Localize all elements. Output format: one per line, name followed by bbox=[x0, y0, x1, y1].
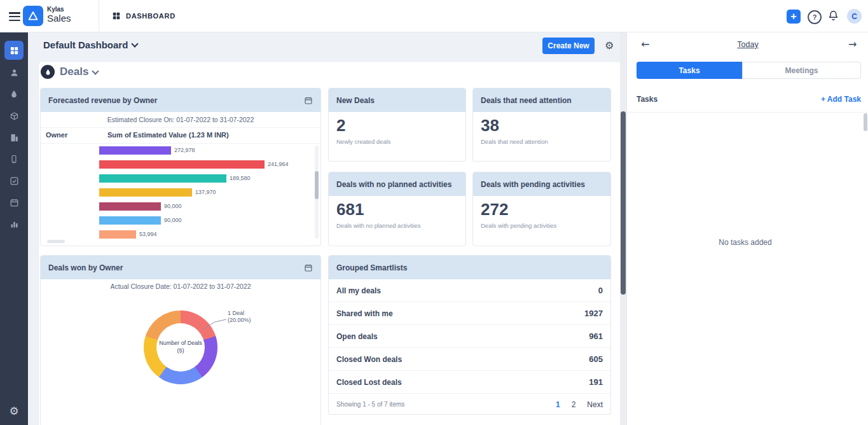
today-link[interactable]: Today bbox=[722, 40, 773, 49]
bar-row: 90,000 bbox=[41, 213, 320, 227]
tab-tasks[interactable]: Tasks bbox=[637, 62, 742, 79]
smartlist-value: 961 bbox=[589, 331, 603, 341]
sidebar-item-deals[interactable] bbox=[4, 85, 24, 104]
smartlist-row[interactable]: Closed Lost deals 191 bbox=[329, 371, 610, 394]
next-day-arrow-icon[interactable]: → bbox=[848, 39, 857, 50]
products-box-icon bbox=[10, 111, 19, 121]
deals-won-card-header: Deals won by Owner bbox=[41, 256, 320, 279]
forecast-hscrollbar-thumb[interactable] bbox=[47, 240, 65, 243]
topbar: Kylas Sales DASHBOARD + ? C bbox=[0, 0, 868, 32]
tab-meetings[interactable]: Meetings bbox=[742, 62, 861, 79]
bar bbox=[99, 146, 171, 155]
smartlist-value: 1927 bbox=[584, 309, 603, 318]
sidebar-item-products[interactable] bbox=[4, 106, 24, 125]
sidebar-item-tasks[interactable] bbox=[4, 171, 24, 190]
deals-section-header[interactable]: Deals bbox=[60, 66, 98, 78]
stat-value: 38 bbox=[473, 112, 610, 135]
chevron-down-icon bbox=[92, 67, 99, 74]
smartlist-row[interactable]: Open deals 961 bbox=[329, 325, 610, 348]
notifications-bell-icon[interactable] bbox=[827, 10, 839, 24]
sidebar-item-companies[interactable] bbox=[4, 128, 24, 147]
smartlist-value: 191 bbox=[589, 377, 603, 387]
right-panel: ← Today → Tasks Meetings Tasks + Add Tas… bbox=[626, 32, 868, 425]
deals-attention-card: Deals that need attention 38 Deals that … bbox=[472, 88, 611, 162]
donut-annotation: 1 Deal (20.00%) bbox=[228, 310, 251, 324]
col-owner: Owner bbox=[46, 131, 67, 139]
kylas-logo-icon[interactable] bbox=[23, 6, 43, 26]
brand-product: Sales bbox=[47, 13, 71, 24]
annotation-connector-line bbox=[201, 314, 229, 332]
smartlist-row[interactable]: Closed Won deals 605 bbox=[329, 348, 610, 371]
main-scrollbar-thumb[interactable] bbox=[621, 111, 626, 295]
page-1-button[interactable]: 1 bbox=[556, 400, 560, 409]
page-title-dropdown[interactable]: Default Dashboard bbox=[43, 39, 137, 50]
sidebar-item-contacts[interactable] bbox=[4, 63, 24, 82]
forecast-card-subtitle: Estimated Closure On: 01-07-2022 to 31-0… bbox=[41, 112, 320, 128]
stat-caption: Deals that need attention bbox=[473, 135, 610, 148]
deals-no-activities-card: Deals with no planned activities 681 Dea… bbox=[328, 172, 466, 246]
page-2-button[interactable]: 2 bbox=[572, 400, 576, 409]
bar-row: 90,000 bbox=[41, 199, 320, 213]
deals-section-badge bbox=[41, 65, 55, 79]
bar-row: 241,964 bbox=[41, 157, 320, 171]
smartlist-label: Shared with me bbox=[336, 309, 393, 318]
right-panel-scrollbar-thumb[interactable] bbox=[864, 113, 867, 131]
smartlists-title: Grouped Smartlists bbox=[336, 263, 407, 272]
right-panel-divider bbox=[627, 112, 868, 113]
bar-value-label: 90,000 bbox=[164, 217, 182, 223]
smartlist-row[interactable]: All my deals 0 bbox=[329, 279, 610, 302]
companies-building-icon bbox=[10, 133, 19, 143]
dashboard-settings-icon[interactable]: ⚙ bbox=[605, 39, 614, 52]
deals-pending-activities-card: Deals with pending activities 272 Deals … bbox=[472, 172, 611, 246]
sidebar-settings-icon[interactable]: ⚙ bbox=[8, 405, 20, 417]
bar-chart-rows: 272,978241,964189,580137,97090,00090,000… bbox=[41, 143, 320, 241]
dashboard-grid-icon bbox=[112, 11, 121, 23]
sidebar-item-dashboard[interactable] bbox=[4, 41, 24, 60]
app-screen: Kylas Sales DASHBOARD + ? C bbox=[0, 0, 868, 425]
stat-title: Deals with no planned activities bbox=[336, 180, 451, 189]
new-deals-card: New Deals 2 Newly created deals bbox=[328, 88, 466, 162]
bar-value-label: 241,964 bbox=[268, 161, 289, 167]
tasks-check-icon bbox=[10, 176, 19, 186]
smartlists-footer: Showing 1 - 5 of 7 items 1 2 Next bbox=[329, 394, 610, 415]
bar-row: 137,970 bbox=[41, 185, 320, 199]
forecast-scrollbar-track bbox=[315, 146, 319, 239]
smartlist-label: All my deals bbox=[336, 286, 381, 295]
showing-items-text: Showing 1 - 5 of 7 items bbox=[336, 401, 404, 408]
stat-title: Deals that need attention bbox=[481, 96, 572, 105]
sidebar-item-reports[interactable] bbox=[4, 214, 24, 233]
sidebar-item-meetings[interactable] bbox=[4, 193, 24, 212]
bar bbox=[99, 188, 192, 197]
help-icon[interactable]: ? bbox=[808, 10, 822, 24]
add-task-button[interactable]: + Add Task bbox=[797, 95, 861, 104]
forecast-scrollbar-thumb[interactable] bbox=[315, 171, 319, 199]
calendar-icon bbox=[10, 198, 19, 207]
nav-title[interactable]: DASHBOARD bbox=[126, 12, 176, 20]
sidebar-item-calls[interactable] bbox=[4, 150, 24, 169]
hamburger-menu-icon[interactable] bbox=[9, 10, 20, 23]
deals-drop-icon bbox=[10, 90, 18, 99]
smartlist-label: Open deals bbox=[336, 332, 378, 341]
bar-row: 189,580 bbox=[41, 171, 320, 185]
bar-row: 272,978 bbox=[41, 143, 320, 157]
smartlist-row[interactable]: Shared with me 1927 bbox=[329, 302, 610, 325]
forecast-revenue-card: Forecasted revenue by Owner Estimated Cl… bbox=[40, 88, 321, 246]
date-filter-icon[interactable] bbox=[304, 263, 313, 272]
user-avatar[interactable]: C bbox=[847, 9, 862, 24]
main-scrollbar-track bbox=[620, 32, 626, 425]
forecast-card-header: Forecasted revenue by Owner bbox=[41, 88, 320, 112]
bar-value-label: 53,994 bbox=[139, 231, 157, 237]
next-page-button[interactable]: Next bbox=[587, 400, 603, 409]
prev-day-arrow-icon[interactable]: ← bbox=[641, 39, 649, 50]
brand-name: Kylas bbox=[47, 6, 71, 13]
no-tasks-message: No tasks added bbox=[627, 238, 864, 247]
bar-value-label: 137,970 bbox=[195, 189, 216, 195]
date-filter-icon[interactable] bbox=[304, 96, 313, 105]
bar-value-label: 189,580 bbox=[230, 175, 251, 181]
create-new-button[interactable]: Create New bbox=[542, 38, 595, 54]
stat-value: 272 bbox=[473, 196, 610, 219]
bar bbox=[99, 230, 136, 239]
page-title: Default Dashboard bbox=[43, 39, 128, 50]
quick-add-button[interactable]: + bbox=[787, 10, 801, 24]
smartlist-value: 0 bbox=[598, 286, 603, 295]
